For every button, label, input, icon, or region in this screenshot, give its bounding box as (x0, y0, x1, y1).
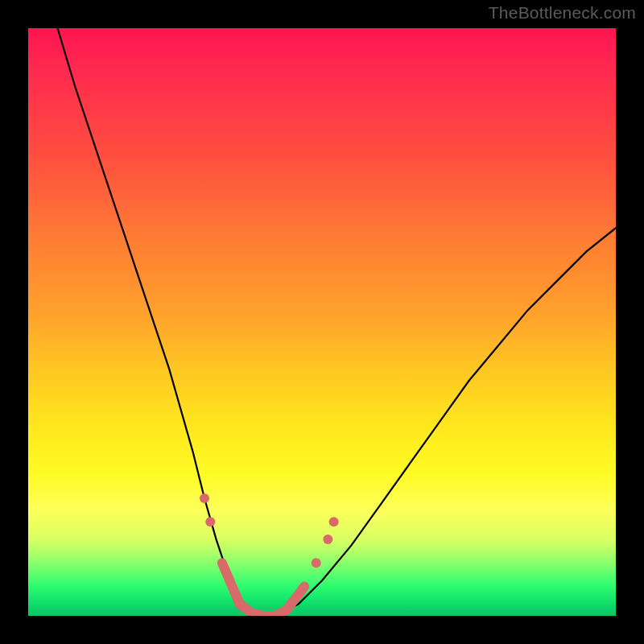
highlight-marker-bottom (240, 604, 287, 616)
chart-svg (28, 28, 616, 616)
curve-line-group (58, 28, 617, 616)
highlight-marker-dot (329, 517, 339, 526)
highlight-marker-dot (323, 535, 332, 544)
chart-plot-area (28, 28, 616, 616)
bottleneck-curve-line (58, 28, 617, 616)
highlight-marker (222, 563, 240, 604)
highlight-marker-dot (312, 558, 321, 568)
watermark-text: TheBottleneck.com (489, 3, 636, 23)
chart-frame: TheBottleneck.com (0, 0, 644, 644)
highlight-marker-dot (205, 517, 215, 526)
highlight-marker-dot (200, 493, 209, 503)
